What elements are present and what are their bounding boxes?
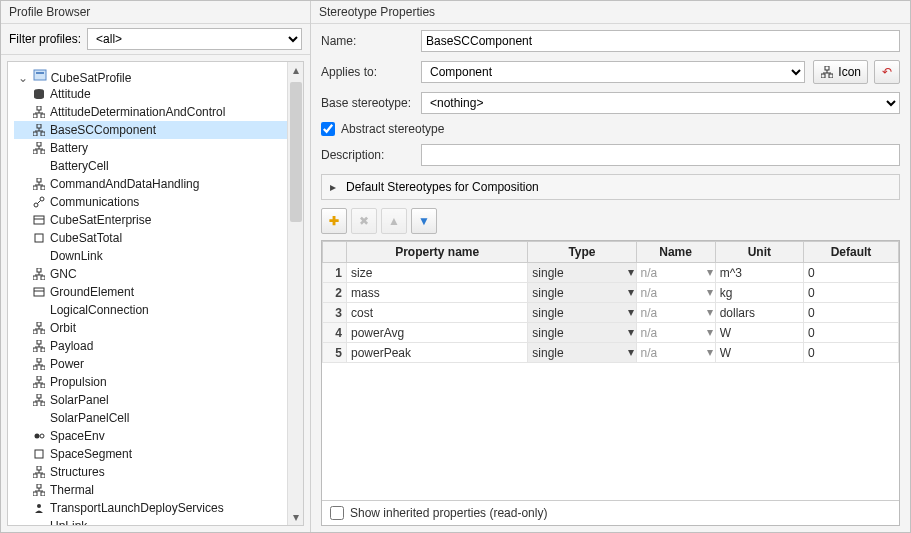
remove-property-button[interactable]: ✖ [351,208,377,234]
tree-item[interactable]: DownLink [14,247,303,265]
unit-cell[interactable]: W [715,343,803,363]
table-row[interactable]: 3costsingle▾n/a▾dollars0 [323,303,899,323]
tree-item[interactable]: CommandAndDataHandling [14,175,303,193]
table-row[interactable]: 5powerPeaksingle▾n/a▾W0 [323,343,899,363]
abstract-checkbox[interactable] [321,122,335,136]
dropdown-icon[interactable]: ▾ [707,345,713,359]
unit-cell[interactable]: dollars [715,303,803,323]
property-name-cell[interactable]: powerPeak [347,343,528,363]
column-header[interactable]: Property name [347,242,528,263]
type-cell[interactable]: single▾ [528,303,636,323]
tree-item[interactable]: Propulsion [14,373,303,391]
dropdown-icon[interactable]: ▾ [707,265,713,279]
tree-item-label: SolarPanel [50,393,109,407]
move-up-button[interactable]: ▲ [381,208,407,234]
dropdown-icon[interactable]: ▾ [628,325,634,339]
type-cell[interactable]: single▾ [528,283,636,303]
base-select[interactable]: <nothing> [421,92,900,114]
default-cell[interactable]: 0 [804,303,899,323]
type-cell[interactable]: single▾ [528,323,636,343]
svg-rect-13 [33,132,37,136]
column-header[interactable] [323,242,347,263]
svg-rect-51 [33,366,37,370]
default-cell[interactable]: 0 [804,263,899,283]
name-input[interactable] [421,30,900,52]
property-name-cell[interactable]: size [347,263,528,283]
dropdown-icon[interactable]: ▾ [628,265,634,279]
property-name-cell[interactable]: powerAvg [347,323,528,343]
svg-rect-56 [33,384,37,388]
dropdown-icon[interactable]: ▾ [707,305,713,319]
tree-item[interactable]: SolarPanelCell [14,409,303,427]
add-property-button[interactable]: ✚ [321,208,347,234]
name-cell[interactable]: n/a▾ [636,303,715,323]
column-header[interactable]: Default [804,242,899,263]
scroll-thumb[interactable] [290,82,302,222]
table-row[interactable]: 1sizesingle▾n/a▾m^30 [323,263,899,283]
scroll-up-icon[interactable]: ▴ [288,62,304,78]
tree-item[interactable]: TransportLaunchDeployServices [14,499,303,517]
tree-item[interactable]: GroundElement [14,283,303,301]
tree-item[interactable]: Power [14,355,303,373]
tree-item[interactable]: GNC [14,265,303,283]
applies-select[interactable]: Component [421,61,805,83]
tree-item[interactable]: Structures [14,463,303,481]
default-cell[interactable]: 0 [804,323,899,343]
property-name-cell[interactable]: mass [347,283,528,303]
column-header[interactable]: Name [636,242,715,263]
default-stereotypes-collapsible[interactable]: ▸ Default Stereotypes for Composition [321,174,900,200]
tree-item[interactable]: Payload [14,337,303,355]
name-cell[interactable]: n/a▾ [636,343,715,363]
property-name-cell[interactable]: cost [347,303,528,323]
dropdown-icon[interactable]: ▾ [628,345,634,359]
tree-item[interactable]: BaseSCComponent [14,121,303,139]
tree-item[interactable]: Orbit [14,319,303,337]
tree-item[interactable]: BatteryCell [14,157,303,175]
base-label: Base stereotype: [321,96,413,110]
tree-item[interactable]: UpLink [14,517,303,525]
type-cell[interactable]: single▾ [528,263,636,283]
tree-item[interactable]: SpaceEnv [14,427,303,445]
unit-cell[interactable]: m^3 [715,263,803,283]
properties-table[interactable]: Property nameTypeNameUnitDefault 1sizesi… [322,241,899,363]
profile-tree[interactable]: ⌄ CubeSatProfile AttitudeAttitudeDetermi… [8,62,303,525]
dropdown-icon[interactable]: ▾ [707,285,713,299]
dropdown-icon[interactable]: ▾ [628,305,634,319]
column-header[interactable]: Unit [715,242,803,263]
table-row[interactable]: 4powerAvgsingle▾n/a▾W0 [323,323,899,343]
name-cell[interactable]: n/a▾ [636,283,715,303]
icon-button[interactable]: Icon [813,60,868,84]
type-cell[interactable]: single▾ [528,343,636,363]
show-inherited-checkbox[interactable] [330,506,344,520]
tree-item[interactable]: Thermal [14,481,303,499]
name-cell[interactable]: n/a▾ [636,323,715,343]
tree-item[interactable]: SolarPanel [14,391,303,409]
tree-item[interactable]: LogicalConnection [14,301,303,319]
tree-item[interactable]: CubeSatEnterprise [14,211,303,229]
column-header[interactable]: Type [528,242,636,263]
move-down-button[interactable]: ▼ [411,208,437,234]
tree-item[interactable]: SpaceSegment [14,445,303,463]
tree-root-row[interactable]: ⌄ CubeSatProfile [14,68,303,85]
scroll-down-icon[interactable]: ▾ [288,509,304,525]
tree-item[interactable]: Communications [14,193,303,211]
svg-rect-42 [41,330,45,334]
tree-item[interactable]: Attitude [14,85,303,103]
tree-item[interactable]: AttitudeDeterminationAndControl [14,103,303,121]
dropdown-icon[interactable]: ▾ [707,325,713,339]
scroll-track[interactable] [288,78,303,509]
table-row[interactable]: 2masssingle▾n/a▾kg0 [323,283,899,303]
name-cell[interactable]: n/a▾ [636,263,715,283]
expand-icon[interactable]: ⌄ [16,71,30,85]
default-cell[interactable]: 0 [804,283,899,303]
reset-icon-button[interactable]: ↶ [874,60,900,84]
tree-scrollbar[interactable]: ▴ ▾ [287,62,303,525]
description-input[interactable] [421,144,900,166]
default-cell[interactable]: 0 [804,343,899,363]
tree-item[interactable]: Battery [14,139,303,157]
unit-cell[interactable]: W [715,323,803,343]
filter-select[interactable]: <all> [87,28,302,50]
tree-item[interactable]: CubeSatTotal [14,229,303,247]
unit-cell[interactable]: kg [715,283,803,303]
dropdown-icon[interactable]: ▾ [628,285,634,299]
